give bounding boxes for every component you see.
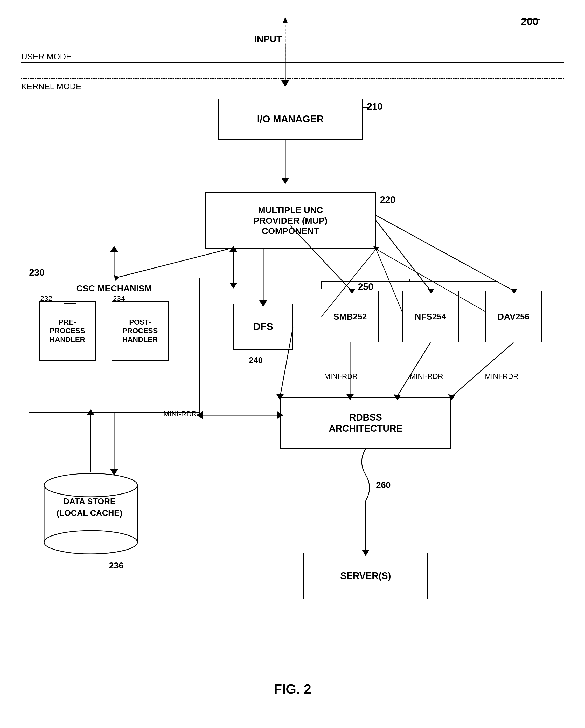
ref-232-arrow-icon <box>61 298 82 306</box>
servers-box: SERVER(S) <box>303 553 428 599</box>
user-mode-label: USER MODE <box>21 52 72 61</box>
ref-236-arrow-icon <box>88 562 111 568</box>
svg-marker-9 <box>281 178 289 184</box>
post-process-box: POST-PROCESSHANDLER <box>111 301 168 361</box>
svg-point-18 <box>44 530 137 554</box>
kernel-mode-label: KERNEL MODE <box>21 82 81 91</box>
mup-ref: 220 <box>380 194 395 206</box>
input-down-arrow-icon <box>277 44 293 96</box>
svg-marker-53 <box>110 246 118 252</box>
svg-marker-5 <box>281 80 289 87</box>
svg-marker-38 <box>230 283 237 288</box>
rdbss-ref-label: 260 <box>376 480 391 490</box>
mini-rdr-dav-label: MINI-RDR <box>485 372 518 381</box>
pre-process-box: PRE-PROCESSHANDLER <box>39 301 96 361</box>
svg-line-20 <box>117 249 228 278</box>
rdbss-box: RDBSSARCHITECTURE <box>280 397 451 449</box>
arrow-200-icon <box>522 14 545 25</box>
svg-line-43 <box>451 342 513 397</box>
dav-box: DAV256 <box>485 291 542 342</box>
mini-rdr-smb-label: MINI-RDR <box>324 372 357 381</box>
io-to-mup-arrow-icon <box>277 140 293 192</box>
brace-icon <box>319 279 501 292</box>
mini-rdr-nfs-label: MINI-RDR <box>410 372 443 381</box>
dfs-ref: 240 <box>249 356 263 365</box>
svg-point-17 <box>44 473 137 497</box>
diagram: 200 INPUT USER MODE KERNEL MODE I/O MANA… <box>0 0 585 728</box>
figure-label: FIG. 2 <box>274 681 311 697</box>
pre-ref: 232 <box>40 294 52 303</box>
io-manager-box: I/O MANAGER <box>218 99 363 140</box>
data-store-label: DATA STORE(LOCAL CACHE) <box>40 496 139 519</box>
dfs-box: DFS <box>233 304 293 350</box>
svg-marker-3 <box>283 17 288 23</box>
csc-ref: 230 <box>29 267 45 278</box>
nfs-box: NFS254 <box>402 291 459 342</box>
svg-line-41 <box>397 342 430 397</box>
mup-box: MULTIPLE UNCPROVIDER (MUP)COMPONENT <box>205 192 376 249</box>
ref-210-arrow-icon <box>362 104 382 111</box>
csc-label: CSC MECHANISM <box>77 283 152 294</box>
svg-marker-1 <box>522 18 524 21</box>
post-ref: 234 <box>113 294 125 303</box>
mini-rdr-dfs-label: MINI-RDR <box>163 410 197 418</box>
smb-box: SMB252 <box>322 291 379 342</box>
